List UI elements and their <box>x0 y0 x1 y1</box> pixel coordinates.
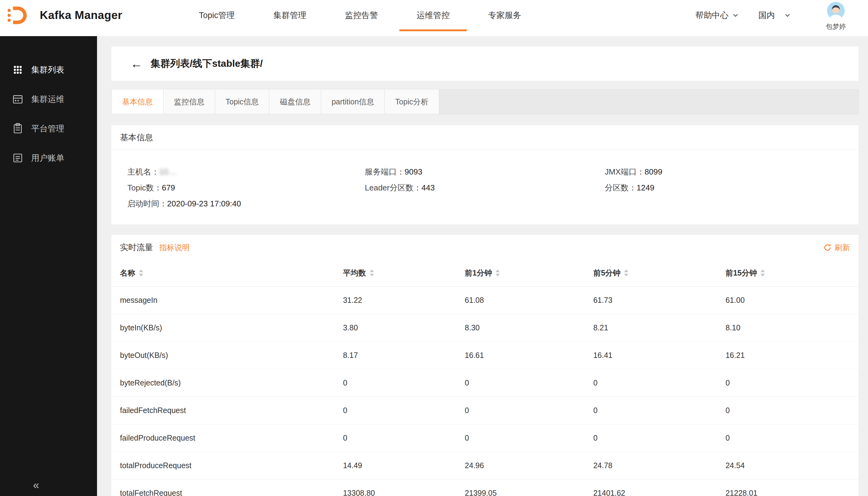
table-row: byteRejected(B/s) 0 0 0 0 <box>111 369 858 397</box>
metric-name: totalFetchRequest <box>111 479 343 496</box>
chevron-down-icon <box>784 11 791 19</box>
table-row: failedProduceRequest 0 0 0 0 <box>111 424 858 452</box>
column-header-last-5min[interactable]: 前5分钟 <box>593 260 725 286</box>
app-title: Kafka Manager <box>40 0 123 31</box>
help-center-menu[interactable]: 帮助中心 <box>695 0 740 31</box>
back-arrow-icon[interactable]: ← <box>130 58 143 70</box>
sort-icon[interactable] <box>495 269 500 277</box>
column-header-last-15min[interactable]: 前15分钟 <box>725 260 858 286</box>
avatar <box>827 2 845 20</box>
top-navigation: Topic管理 集群管理 监控告警 运维管控 专家服务 <box>182 0 538 31</box>
sort-icon[interactable] <box>761 269 765 277</box>
sidebar-item-label: 集群列表 <box>31 64 64 75</box>
chevron-down-icon <box>731 11 740 19</box>
tab-topic-info[interactable]: Topic信息 <box>215 89 269 114</box>
metric-name: messageIn <box>111 286 343 314</box>
refresh-icon <box>823 244 832 252</box>
realtime-metrics-table: 名称 平均数 前1分钟 前5分钟 前15分钟 messageIn 31.22 6… <box>111 260 858 496</box>
nav-topic-management[interactable]: Topic管理 <box>182 0 252 31</box>
app-logo-icon[interactable] <box>5 4 28 27</box>
metric-name: byteRejected(B/s) <box>111 369 343 397</box>
field-start-time: 启动时间：2020-09-23 17:09:40 <box>127 198 365 209</box>
column-header-name[interactable]: 名称 <box>111 260 343 286</box>
table-row: totalProduceRequest 14.49 24.96 24.78 24… <box>111 452 858 479</box>
realtime-traffic-title: 实时流量 <box>120 242 153 253</box>
tab-disk-info[interactable]: 磁盘信息 <box>269 89 321 114</box>
table-row: totalFetchRequest 13308.80 21399.05 2140… <box>111 479 858 496</box>
tab-monitor-info[interactable]: 监控信息 <box>163 89 215 114</box>
hostname-value: 10.... <box>159 167 177 176</box>
sidebar: 集群列表 集群运维 平台管理 <box>0 36 97 496</box>
sort-icon[interactable] <box>370 269 374 277</box>
sidebar-item-platform-management[interactable]: 平台管理 <box>0 114 97 143</box>
cluster-ops-icon <box>12 93 24 105</box>
region-selector[interactable]: 国内 <box>758 0 791 31</box>
tab-basic-info[interactable]: 基本信息 <box>112 89 163 114</box>
metric-name: byteIn(KB/s) <box>111 314 343 341</box>
nav-ops-control[interactable]: 运维管控 <box>399 0 467 31</box>
sort-icon[interactable] <box>139 269 143 277</box>
sidebar-item-user-billing[interactable]: 用户账单 <box>0 143 97 173</box>
metric-name: failedFetchRequest <box>111 397 343 424</box>
sidebar-collapse-button[interactable]: « <box>33 479 39 492</box>
table-row: messageIn 31.22 61.08 61.73 61.00 <box>111 286 858 314</box>
user-billing-icon <box>12 152 24 164</box>
region-label: 国内 <box>758 10 775 21</box>
tab-partition-info[interactable]: partition信息 <box>321 89 385 114</box>
field-topic-count: Topic数：679 <box>127 183 365 193</box>
metric-explanation-link[interactable]: 指标说明 <box>159 243 190 252</box>
top-bar: Kafka Manager Topic管理 集群管理 监控告警 运维管控 专家服… <box>0 0 868 36</box>
metric-name: failedProduceRequest <box>111 424 343 452</box>
help-center-label: 帮助中心 <box>695 10 728 21</box>
user-menu[interactable]: 包梦婷 <box>819 2 853 31</box>
table-row: failedFetchRequest 0 0 0 0 <box>111 397 858 424</box>
realtime-traffic-card: 实时流量 指标说明 刷新 名称 平均数 前1分钟 前5分钟 <box>111 235 858 496</box>
metric-name: byteOut(KB/s) <box>111 341 343 369</box>
field-hostname: 主机名：10.... <box>127 167 365 177</box>
detail-tabs: 基本信息 监控信息 Topic信息 磁盘信息 partition信息 Topic… <box>111 89 858 114</box>
table-header-row: 名称 平均数 前1分钟 前5分钟 前15分钟 <box>111 260 858 286</box>
sidebar-item-cluster-ops[interactable]: 集群运维 <box>0 84 97 114</box>
platform-management-icon <box>12 123 24 135</box>
page-title: 集群列表/线下stable集群/ <box>151 57 263 71</box>
user-name: 包梦婷 <box>826 22 846 31</box>
refresh-label: 刷新 <box>835 243 850 252</box>
column-header-average[interactable]: 平均数 <box>343 260 465 286</box>
metric-name: totalProduceRequest <box>111 452 343 479</box>
sidebar-item-label: 用户账单 <box>31 153 64 164</box>
sidebar-item-label: 平台管理 <box>31 123 64 134</box>
field-partition-count: 分区数：1249 <box>605 183 850 193</box>
tab-topic-analysis[interactable]: Topic分析 <box>385 89 439 114</box>
main-content: ← 集群列表/线下stable集群/ 基本信息 监控信息 Topic信息 磁盘信… <box>97 36 868 496</box>
column-header-last-1min[interactable]: 前1分钟 <box>465 260 594 286</box>
refresh-button[interactable]: 刷新 <box>823 243 850 252</box>
sort-icon[interactable] <box>624 269 628 277</box>
table-row: byteOut(KB/s) 8.17 16.61 16.41 16.21 <box>111 341 858 369</box>
field-leader-partition-count: Leader分区数：443 <box>365 183 605 193</box>
table-row: byteIn(KB/s) 3.80 8.30 8.21 8.10 <box>111 314 858 341</box>
nav-cluster-management[interactable]: 集群管理 <box>256 0 323 31</box>
nav-expert-service[interactable]: 专家服务 <box>471 0 538 31</box>
sidebar-item-label: 集群运维 <box>31 94 64 105</box>
basic-info-title: 基本信息 <box>111 125 858 150</box>
basic-info-card: 基本信息 主机名：10.... 服务端口：9093 JMX端口：8099 Top… <box>111 125 858 224</box>
nav-monitoring-alerts[interactable]: 监控告警 <box>328 0 395 31</box>
field-jmx-port: JMX端口：8099 <box>605 167 850 177</box>
breadcrumb-card: ← 集群列表/线下stable集群/ <box>111 47 858 81</box>
cluster-list-icon <box>12 64 24 76</box>
field-service-port: 服务端口：9093 <box>365 167 605 177</box>
sidebar-item-cluster-list[interactable]: 集群列表 <box>0 55 97 84</box>
